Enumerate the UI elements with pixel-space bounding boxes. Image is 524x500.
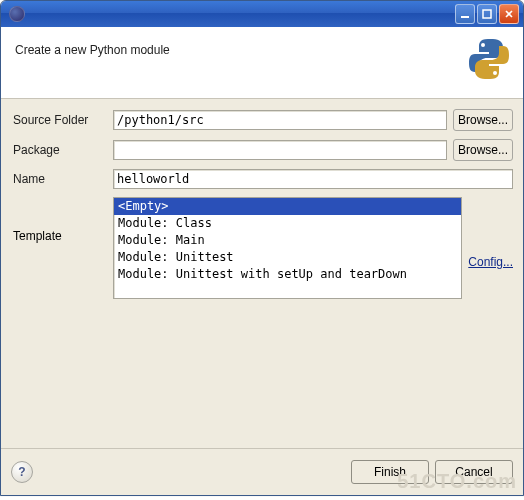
dialog-window: Create a new Python module Source Folder… xyxy=(0,0,524,496)
titlebar[interactable] xyxy=(1,1,523,27)
row-source-folder: Source Folder Browse... xyxy=(13,109,513,131)
svg-rect-1 xyxy=(483,10,491,18)
name-input[interactable] xyxy=(113,169,513,189)
template-option[interactable]: Module: Class xyxy=(114,215,461,232)
label-source-folder: Source Folder xyxy=(13,113,113,127)
form-area: Source Folder Browse... Package Browse..… xyxy=(1,99,523,448)
template-listbox[interactable]: <Empty>Module: ClassModule: MainModule: … xyxy=(113,197,462,299)
source-folder-input[interactable] xyxy=(113,110,447,130)
template-option[interactable]: Module: Unittest with setUp and tearDown xyxy=(114,266,461,283)
browse-source-folder-button[interactable]: Browse... xyxy=(453,109,513,131)
minimize-button[interactable] xyxy=(455,4,475,24)
dialog-header: Create a new Python module xyxy=(1,27,523,99)
template-option[interactable]: Module: Unittest xyxy=(114,249,461,266)
svg-point-2 xyxy=(481,43,485,47)
maximize-button[interactable] xyxy=(477,4,497,24)
label-template: Template xyxy=(13,197,113,243)
label-name: Name xyxy=(13,172,113,186)
template-option[interactable]: <Empty> xyxy=(114,198,461,215)
finish-button[interactable]: Finish xyxy=(351,460,429,484)
config-link[interactable]: Config... xyxy=(468,227,513,269)
dialog-footer: ? Finish Cancel 51CTO.com xyxy=(1,449,523,495)
row-package: Package Browse... xyxy=(13,139,513,161)
package-input[interactable] xyxy=(113,140,447,160)
dialog-heading: Create a new Python module xyxy=(15,43,509,57)
eclipse-icon xyxy=(9,6,25,22)
python-icon xyxy=(465,35,513,83)
svg-point-3 xyxy=(493,71,497,75)
browse-package-button[interactable]: Browse... xyxy=(453,139,513,161)
row-name: Name xyxy=(13,169,513,189)
template-option[interactable]: Module: Main xyxy=(114,232,461,249)
svg-rect-0 xyxy=(461,16,469,18)
row-template: Template <Empty>Module: ClassModule: Mai… xyxy=(13,197,513,299)
help-button[interactable]: ? xyxy=(11,461,33,483)
label-package: Package xyxy=(13,143,113,157)
close-button[interactable] xyxy=(499,4,519,24)
cancel-button[interactable]: Cancel xyxy=(435,460,513,484)
